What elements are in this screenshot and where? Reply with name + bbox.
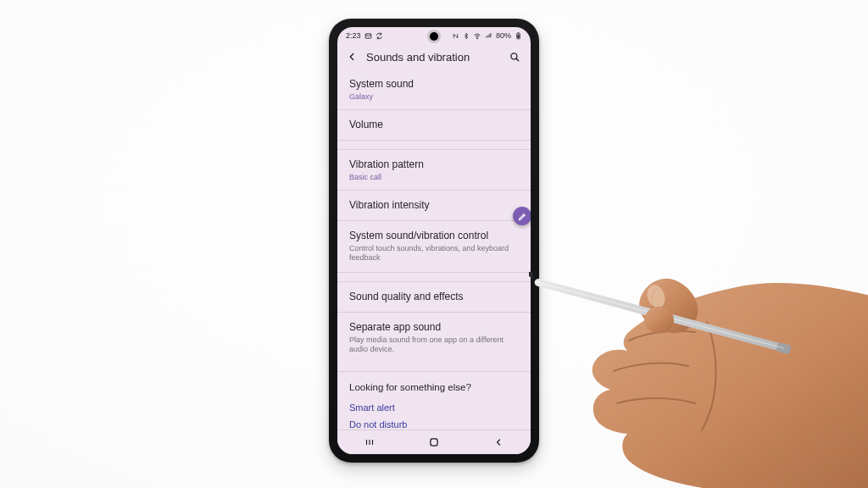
footer-more-settings: Looking for something else? Smart alert … [337, 372, 531, 430]
status-clock: 2:23 [346, 31, 361, 40]
app-bar: Sounds and vibration [337, 44, 531, 73]
svg-line-6 [516, 58, 519, 61]
link-smart-alert[interactable]: Smart alert [349, 399, 519, 416]
wifi-icon [473, 32, 481, 40]
spen-air-command-fab[interactable] [513, 207, 531, 225]
row-volume[interactable]: Volume [337, 110, 531, 141]
row-label: Vibration intensity [349, 199, 519, 212]
row-vibration-intensity[interactable]: Vibration intensity [337, 191, 531, 221]
nfc-icon [452, 32, 459, 40]
svg-rect-10 [431, 439, 437, 446]
row-label: Sound quality and effects [349, 291, 519, 303]
sync-icon [376, 32, 383, 40]
nav-home-button[interactable] [422, 430, 446, 454]
row-system-sound[interactable]: System sound Galaxy [337, 69, 531, 110]
link-do-not-disturb[interactable]: Do not disturb [349, 416, 519, 430]
nav-recents-button[interactable] [358, 430, 381, 454]
page-title: Sounds and vibration [366, 51, 500, 64]
svg-point-1 [477, 38, 478, 39]
row-subtitle: Galaxy [349, 92, 519, 101]
row-description: Play media sound from one app on a diffe… [349, 336, 519, 355]
section-gap [337, 141, 531, 150]
row-separate-app-sound[interactable]: Separate app sound Play media sound from… [337, 313, 531, 363]
row-label: Volume [349, 119, 519, 131]
section-gap [337, 363, 531, 372]
section-gap [337, 273, 531, 282]
row-label: System sound [349, 78, 519, 91]
svg-point-11 [644, 283, 668, 311]
bluetooth-icon [463, 32, 470, 40]
navigation-bar [337, 430, 531, 454]
row-system-sound-vibration-control[interactable]: System sound/vibration control Control t… [337, 221, 531, 273]
svg-rect-4 [518, 32, 520, 33]
back-button[interactable] [344, 49, 359, 64]
phone-frame: 2:23 [329, 19, 539, 463]
row-label: Vibration pattern [349, 158, 519, 171]
row-sound-quality-effects[interactable]: Sound quality and effects [337, 282, 531, 313]
hand-with-stylus [529, 229, 868, 488]
row-description: Control touch sounds, vibrations, and ke… [349, 244, 519, 263]
battery-percent: 80% [496, 31, 511, 40]
svg-rect-13 [776, 342, 791, 355]
message-icon [364, 32, 372, 40]
row-label: System sound/vibration control [349, 230, 519, 242]
row-subtitle: Basic call [349, 173, 519, 181]
svg-rect-3 [517, 34, 519, 38]
signal-icon [485, 32, 492, 40]
battery-icon [515, 32, 522, 40]
search-button[interactable] [507, 49, 522, 64]
svg-rect-12 [534, 278, 785, 352]
nav-back-button[interactable] [487, 430, 510, 454]
screen: 2:23 [337, 27, 531, 454]
front-camera-hole [430, 32, 438, 41]
svg-line-14 [535, 281, 784, 348]
settings-list[interactable]: System sound Galaxy Volume Vibration pat… [337, 69, 531, 430]
footer-hint: Looking for something else? [349, 382, 519, 392]
row-label: Separate app sound [349, 321, 519, 334]
row-vibration-pattern[interactable]: Vibration pattern Basic call [337, 150, 531, 191]
